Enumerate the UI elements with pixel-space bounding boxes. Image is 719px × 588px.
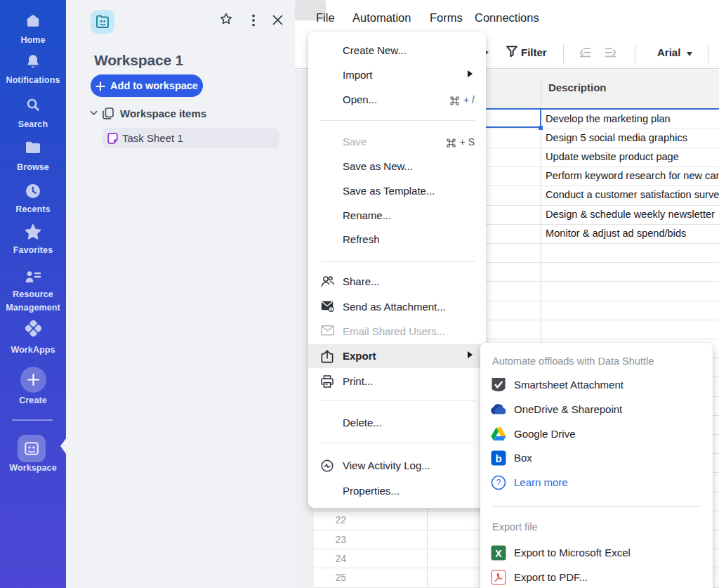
svg-text:?: ? xyxy=(496,478,501,488)
svg-text:b: b xyxy=(495,452,501,464)
svg-text:X: X xyxy=(495,548,502,559)
